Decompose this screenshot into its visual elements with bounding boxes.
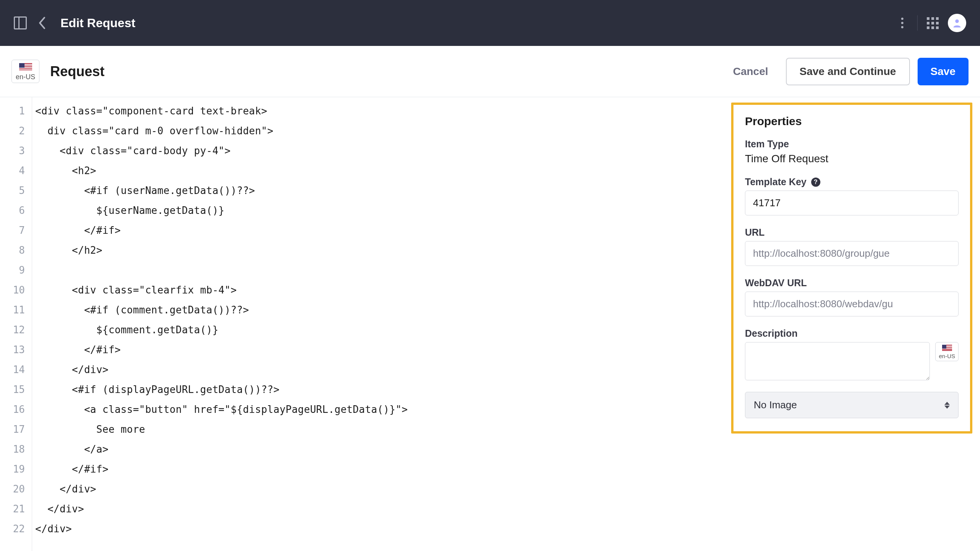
line-number: 20 <box>0 479 25 499</box>
cancel-button[interactable]: Cancel <box>723 59 778 84</box>
code-line[interactable]: <#if (displayPageURL.getData())??> <box>35 380 724 399</box>
line-number: 2 <box>0 121 25 141</box>
line-number: 8 <box>0 240 25 260</box>
code-line[interactable]: <a class="button" href="${displayPageURL… <box>35 399 724 419</box>
back-button[interactable] <box>36 17 47 29</box>
sub-bar-left: en-US Request <box>11 60 105 83</box>
line-number: 3 <box>0 141 25 161</box>
line-number: 10 <box>0 280 25 300</box>
description-input[interactable] <box>745 342 930 380</box>
line-number: 9 <box>0 260 25 280</box>
apps-grid-icon[interactable] <box>927 17 939 29</box>
properties-heading: Properties <box>745 115 959 128</box>
code-line[interactable]: </a> <box>35 439 724 459</box>
line-number: 12 <box>0 320 25 340</box>
line-number: 11 <box>0 300 25 320</box>
user-avatar[interactable] <box>948 14 966 32</box>
code-line[interactable]: div class="card m-0 overflow-hidden"> <box>35 121 724 141</box>
top-bar-right <box>897 14 966 32</box>
code-line[interactable]: <h2> <box>35 161 724 181</box>
webdav-url-value[interactable]: http://localhost:8080/webdav/gu <box>745 292 959 316</box>
code-line[interactable]: </#if> <box>35 459 724 479</box>
locale-code: en-US <box>16 73 35 81</box>
line-number: 18 <box>0 439 25 459</box>
page-title: Edit Request <box>60 16 136 30</box>
line-number: 21 <box>0 499 25 519</box>
line-gutter: 12345678910111213141516171819202122 <box>0 97 32 551</box>
locale-selector[interactable]: en-US <box>11 60 39 83</box>
url-label: URL <box>745 227 959 238</box>
url-value[interactable]: http://localhost:8080/group/gue <box>745 241 959 266</box>
save-continue-button[interactable]: Save and Continue <box>786 58 910 85</box>
template-key-label-text: Template Key <box>745 176 807 187</box>
code-line[interactable]: See more <box>35 419 724 439</box>
code-line[interactable]: </h2> <box>35 240 724 260</box>
locale-code: en-US <box>939 353 955 359</box>
select-arrows-icon <box>944 402 950 409</box>
top-bar-left: Edit Request <box>14 16 136 30</box>
save-button[interactable]: Save <box>918 58 969 85</box>
main-area: 12345678910111213141516171819202122 <div… <box>0 97 980 551</box>
template-key-input[interactable] <box>745 191 959 215</box>
top-bar: Edit Request <box>0 0 980 46</box>
flag-us-icon <box>942 345 952 352</box>
code-line[interactable]: ${comment.getData()} <box>35 320 724 340</box>
help-icon[interactable]: ? <box>811 178 820 187</box>
template-key-label: Template Key ? <box>745 176 959 187</box>
sub-bar: en-US Request Cancel Save and Continue S… <box>0 46 980 97</box>
line-number: 17 <box>0 419 25 439</box>
panel-toggle-icon[interactable] <box>14 16 27 29</box>
webdav-url-label: WebDAV URL <box>745 277 959 289</box>
code-editor[interactable]: 12345678910111213141516171819202122 <div… <box>0 97 724 551</box>
line-number: 7 <box>0 220 25 240</box>
code-line[interactable]: <div class="clearfix mb-4"> <box>35 280 724 300</box>
code-line[interactable]: <#if (userName.getData())??> <box>35 181 724 201</box>
code-line[interactable]: <div class="component-card text-break> <box>35 101 724 121</box>
code-line[interactable]: </#if> <box>35 340 724 360</box>
code-line[interactable]: <div class="card-body py-4"> <box>35 141 724 161</box>
description-label: Description <box>745 328 959 339</box>
line-number: 1 <box>0 101 25 121</box>
line-number: 4 <box>0 161 25 181</box>
properties-rail: Properties Item Type Time Off Request Te… <box>724 97 980 551</box>
code-line[interactable]: <#if (comment.getData())??> <box>35 300 724 320</box>
item-type-label: Item Type <box>745 139 959 150</box>
description-row: en-US <box>745 342 959 380</box>
line-number: 6 <box>0 201 25 220</box>
code-line[interactable] <box>35 260 724 280</box>
image-select[interactable]: No Image <box>745 392 959 418</box>
flag-us-icon <box>19 63 32 72</box>
code-line[interactable]: </div> <box>35 519 724 539</box>
code-text-area[interactable]: <div class="component-card text-break> d… <box>32 97 724 551</box>
entity-title: Request <box>50 64 105 80</box>
code-line[interactable]: </div> <box>35 479 724 499</box>
properties-panel: Properties Item Type Time Off Request Te… <box>731 103 972 434</box>
line-number: 19 <box>0 459 25 479</box>
more-menu-icon[interactable] <box>897 15 908 31</box>
description-locale-selector[interactable]: en-US <box>935 342 959 361</box>
line-number: 5 <box>0 181 25 201</box>
line-number: 13 <box>0 340 25 360</box>
code-line[interactable]: </div> <box>35 360 724 380</box>
svg-marker-1 <box>944 402 950 405</box>
item-type-value: Time Off Request <box>745 153 959 165</box>
svg-point-0 <box>955 20 959 23</box>
sub-bar-right: Cancel Save and Continue Save <box>723 58 969 85</box>
line-number: 14 <box>0 360 25 380</box>
code-line[interactable]: </#if> <box>35 220 724 240</box>
line-number: 15 <box>0 380 25 399</box>
line-number: 22 <box>0 519 25 539</box>
image-select-value: No Image <box>754 399 797 411</box>
line-number: 16 <box>0 399 25 419</box>
code-line[interactable]: ${userName.getData()} <box>35 201 724 220</box>
divider <box>917 15 918 31</box>
svg-marker-2 <box>944 406 950 409</box>
code-line[interactable]: </div> <box>35 499 724 519</box>
